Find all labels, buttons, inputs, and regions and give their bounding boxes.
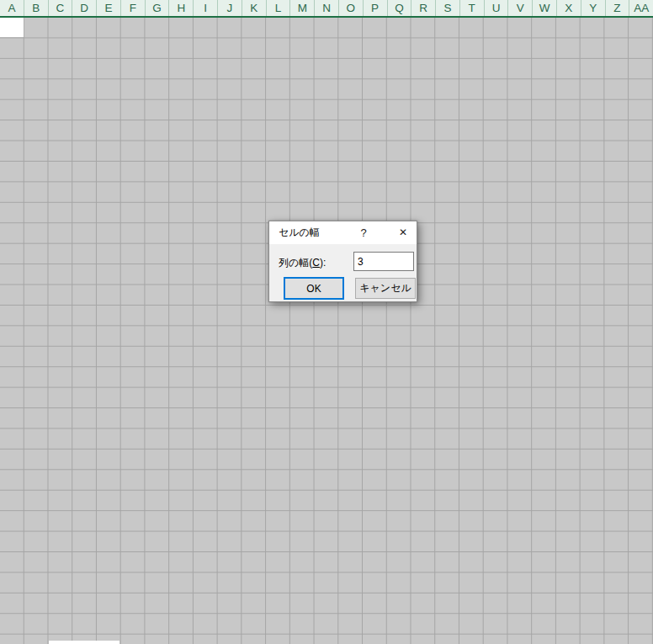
- column-header-a[interactable]: A: [0, 0, 24, 16]
- dialog-title: セルの幅: [279, 221, 320, 244]
- help-icon[interactable]: ?: [355, 221, 372, 244]
- column-header-j[interactable]: J: [218, 0, 242, 16]
- active-cell[interactable]: [0, 18, 24, 37]
- column-header-i[interactable]: I: [194, 0, 218, 16]
- column-header-k[interactable]: K: [242, 0, 267, 16]
- column-width-input[interactable]: [353, 252, 414, 271]
- spreadsheet-grid[interactable]: [0, 18, 653, 644]
- column-header-b[interactable]: B: [24, 0, 49, 16]
- column-header-e[interactable]: E: [97, 0, 121, 16]
- column-header-s[interactable]: S: [436, 0, 460, 16]
- column-header-y[interactable]: Y: [581, 0, 606, 16]
- column-header-q[interactable]: Q: [388, 0, 412, 16]
- column-header-t[interactable]: T: [460, 0, 485, 16]
- column-header-n[interactable]: N: [315, 0, 339, 16]
- bottom-white-strip: [49, 641, 119, 644]
- cancel-button[interactable]: キャンセル: [355, 278, 416, 299]
- column-header-r[interactable]: R: [411, 0, 436, 16]
- close-icon[interactable]: ✕: [394, 221, 412, 244]
- column-header-u[interactable]: U: [485, 0, 509, 16]
- column-header-p[interactable]: P: [364, 0, 388, 16]
- column-width-label-accesskey: C: [312, 257, 320, 269]
- column-header-f[interactable]: F: [121, 0, 146, 16]
- column-header-x[interactable]: X: [557, 0, 581, 16]
- column-header-c[interactable]: C: [49, 0, 73, 16]
- column-header-v[interactable]: V: [508, 0, 533, 16]
- column-header-aa[interactable]: AA: [629, 0, 653, 16]
- column-header-z[interactable]: Z: [606, 0, 630, 16]
- cell-width-dialog: セルの幅 ? ✕ 列の幅(C): OK キャンセル: [268, 221, 417, 302]
- ok-button[interactable]: OK: [284, 277, 344, 300]
- column-width-label-prefix: 列の幅(: [279, 257, 312, 269]
- column-header-row: A B C D E F G H I J K L M N O P Q R S T …: [0, 0, 653, 18]
- column-header-o[interactable]: O: [339, 0, 364, 16]
- column-header-g[interactable]: G: [146, 0, 170, 16]
- column-header-w[interactable]: W: [533, 0, 557, 16]
- column-width-label-suffix: ):: [320, 257, 326, 269]
- column-width-label: 列の幅(C):: [279, 256, 326, 270]
- column-header-m[interactable]: M: [290, 0, 315, 16]
- column-header-d[interactable]: D: [72, 0, 97, 16]
- column-header-h[interactable]: H: [169, 0, 194, 16]
- column-header-l[interactable]: L: [267, 0, 291, 16]
- dialog-titlebar[interactable]: セルの幅 ? ✕: [269, 221, 417, 244]
